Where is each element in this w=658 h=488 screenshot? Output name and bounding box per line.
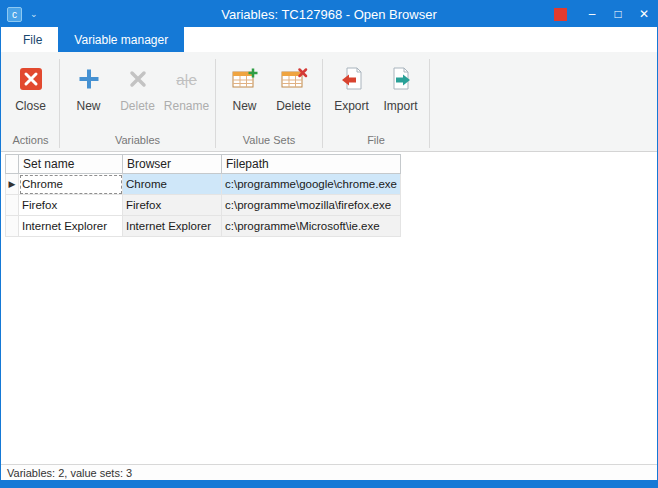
current-row-arrow-icon: ▶ — [6, 174, 19, 195]
delete-value-set-label: Delete — [276, 99, 311, 113]
ribbon-group-actions: Close Actions — [3, 54, 58, 151]
app-window: c ⌄ Variables: TC127968 - Open Browser –… — [0, 0, 658, 488]
titlebar: c ⌄ Variables: TC127968 - Open Browser –… — [1, 1, 657, 27]
maximize-button[interactable]: □ — [605, 1, 631, 27]
group-separator — [59, 59, 60, 148]
variables-grid: Set name Browser Filepath ▶ Chrome Chrom… — [5, 154, 401, 237]
cell-browser[interactable]: Chrome — [123, 174, 222, 195]
group-separator — [429, 59, 430, 148]
record-indicator-icon — [554, 8, 567, 21]
quick-access-chevron-icon[interactable]: ⌄ — [30, 9, 38, 19]
ribbon: Close Actions New Delete — [1, 52, 657, 152]
import-button[interactable]: Import — [377, 56, 424, 134]
import-label: Import — [383, 99, 417, 113]
x-icon — [126, 64, 150, 94]
cell-set-name[interactable]: Internet Explorer — [19, 216, 123, 237]
export-icon — [339, 64, 365, 94]
import-icon — [388, 64, 414, 94]
cell-browser[interactable]: Internet Explorer — [123, 216, 222, 237]
table-row: ▶ Chrome Chrome c:\programme\google\chro… — [6, 174, 401, 195]
plus-icon — [76, 64, 102, 94]
ribbon-tab-row: File Variable manager — [1, 27, 657, 52]
grid-area: Set name Browser Filepath ▶ Chrome Chrom… — [1, 152, 657, 464]
table-delete-icon — [280, 64, 308, 94]
new-value-set-label: New — [232, 99, 256, 113]
row-indicator-header — [6, 155, 19, 174]
row-indicator — [6, 216, 19, 237]
close-window-button[interactable]: ✕ — [631, 1, 657, 27]
col-header-filepath[interactable]: Filepath — [222, 155, 401, 174]
col-header-set-name[interactable]: Set name — [19, 155, 123, 174]
group-label-value-sets: Value Sets — [217, 134, 321, 151]
grid-header-row: Set name Browser Filepath — [6, 155, 401, 174]
rename-variable-label: Rename — [164, 99, 209, 113]
cell-set-name[interactable]: Chrome — [19, 174, 123, 195]
table-row: Firefox Firefox c:\programme\mozilla\fir… — [6, 195, 401, 216]
group-label-variables: Variables — [61, 134, 214, 151]
rename-icon: a|e — [176, 64, 197, 94]
cell-filepath[interactable]: c:\programme\google\chrome.exe — [222, 174, 401, 195]
tab-file[interactable]: File — [7, 27, 58, 52]
table-plus-icon — [231, 64, 259, 94]
delete-variable-label: Delete — [120, 99, 155, 113]
app-icon: c — [7, 7, 22, 22]
cell-browser[interactable]: Firefox — [123, 195, 222, 216]
ribbon-group-file: Export Import File — [324, 54, 428, 151]
cell-filepath[interactable]: c:\programme\mozilla\firefox.exe — [222, 195, 401, 216]
export-label: Export — [334, 99, 369, 113]
close-button[interactable]: Close — [7, 56, 54, 134]
window-bottom-accent — [1, 480, 657, 487]
new-variable-label: New — [76, 99, 100, 113]
col-header-browser[interactable]: Browser — [123, 155, 222, 174]
new-value-set-button[interactable]: New — [221, 56, 268, 134]
close-action-icon — [18, 64, 44, 94]
minimize-button[interactable]: – — [579, 1, 605, 27]
export-button[interactable]: Export — [328, 56, 375, 134]
table-row: Internet Explorer Internet Explorer c:\p… — [6, 216, 401, 237]
row-indicator — [6, 195, 19, 216]
status-bar: Variables: 2, value sets: 3 — [1, 464, 657, 480]
window-controls: – □ ✕ — [554, 1, 657, 27]
rename-variable-button[interactable]: a|e Rename — [163, 56, 210, 134]
group-label-file: File — [324, 134, 428, 151]
status-text: Variables: 2, value sets: 3 — [7, 467, 132, 479]
delete-variable-button[interactable]: Delete — [114, 56, 161, 134]
cell-filepath[interactable]: c:\programme\Microsoft\ie.exe — [222, 216, 401, 237]
group-separator — [215, 59, 216, 148]
group-label-actions: Actions — [3, 134, 58, 151]
delete-value-set-button[interactable]: Delete — [270, 56, 317, 134]
ribbon-group-variables: New Delete a|e Rename Variables — [61, 54, 214, 151]
tab-variable-manager[interactable]: Variable manager — [58, 27, 184, 52]
new-variable-button[interactable]: New — [65, 56, 112, 134]
ribbon-group-value-sets: New Delete Value Sets — [217, 54, 321, 151]
cell-set-name[interactable]: Firefox — [19, 195, 123, 216]
close-button-label: Close — [15, 99, 46, 113]
group-separator — [322, 59, 323, 148]
